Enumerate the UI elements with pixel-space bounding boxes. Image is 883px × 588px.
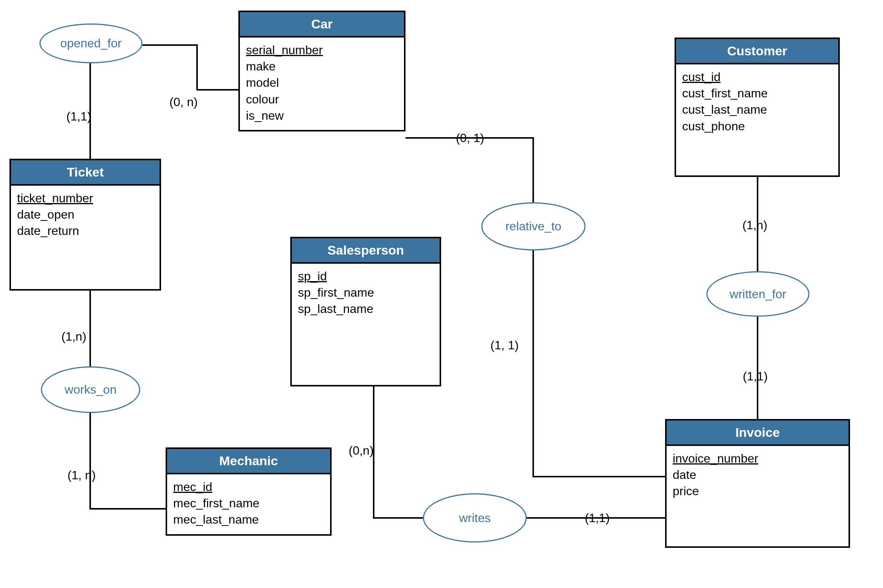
rel-relative-to: relative_to bbox=[481, 202, 586, 250]
rel-label: writes bbox=[459, 511, 491, 525]
entity-ticket-title: Ticket bbox=[11, 160, 160, 186]
entity-mechanic-body: mec_id mec_first_name mec_last_name bbox=[167, 474, 330, 534]
entity-invoice-title: Invoice bbox=[667, 421, 849, 446]
attr: date_open bbox=[17, 206, 153, 223]
rel-label: works_on bbox=[65, 383, 117, 397]
rel-works-on: works_on bbox=[41, 366, 140, 413]
entity-car-body: serial_number make model colour is_new bbox=[240, 38, 404, 130]
entity-car-title: Car bbox=[240, 12, 404, 38]
rel-label: relative_to bbox=[506, 219, 562, 233]
attr: cust_first_name bbox=[682, 85, 832, 102]
card-opened-for-ticket: (1,1) bbox=[66, 109, 91, 124]
attr: colour bbox=[246, 91, 398, 108]
entity-mechanic-title: Mechanic bbox=[167, 449, 330, 474]
entity-customer-title: Customer bbox=[676, 39, 838, 64]
entity-salesperson-title: Salesperson bbox=[292, 238, 440, 264]
card-relative-to-car: (0, 1) bbox=[456, 131, 484, 145]
card-works-on-ticket: (1,n) bbox=[61, 330, 86, 344]
card-works-on-mechanic: (1, n) bbox=[67, 468, 96, 482]
attr: date_return bbox=[17, 223, 153, 239]
attr: sp_last_name bbox=[298, 301, 434, 317]
attr: serial_number bbox=[246, 42, 398, 58]
attr: date bbox=[673, 467, 842, 483]
rel-label: written_for bbox=[730, 287, 786, 301]
rel-writes: writes bbox=[423, 493, 527, 543]
attr: mec_id bbox=[173, 479, 324, 495]
card-written-for-customer: (1,n) bbox=[742, 218, 767, 232]
entity-car: Car serial_number make model colour is_n… bbox=[238, 11, 405, 131]
card-opened-for-car: (0, n) bbox=[169, 95, 198, 109]
attr: is_new bbox=[246, 108, 398, 124]
entity-ticket: Ticket ticket_number date_open date_retu… bbox=[9, 159, 161, 291]
rel-written-for: written_for bbox=[706, 271, 809, 317]
entity-salesperson-body: sp_id sp_first_name sp_last_name bbox=[292, 264, 440, 324]
entity-invoice: Invoice invoice_number date price bbox=[665, 419, 850, 548]
card-relative-to-invoice: (1, 1) bbox=[490, 338, 519, 352]
card-writes-salesperson: (0,n) bbox=[349, 444, 374, 458]
attr: mec_first_name bbox=[173, 495, 324, 511]
rel-opened-for: opened_for bbox=[39, 23, 142, 63]
attr: sp_first_name bbox=[298, 285, 434, 301]
card-writes-invoice: (1,1) bbox=[585, 511, 610, 525]
attr: price bbox=[673, 483, 842, 499]
er-diagram: Car serial_number make model colour is_n… bbox=[0, 0, 883, 588]
entity-customer: Customer cust_id cust_first_name cust_la… bbox=[675, 38, 840, 177]
attr: ticket_number bbox=[17, 190, 153, 206]
entity-ticket-body: ticket_number date_open date_return bbox=[11, 186, 160, 246]
entity-customer-body: cust_id cust_first_name cust_last_name c… bbox=[676, 64, 838, 141]
attr: model bbox=[246, 75, 398, 91]
attr: sp_id bbox=[298, 268, 434, 285]
entity-salesperson: Salesperson sp_id sp_first_name sp_last_… bbox=[290, 237, 441, 386]
attr: mec_last_name bbox=[173, 511, 324, 528]
attr: cust_phone bbox=[682, 118, 832, 134]
attr: invoice_number bbox=[673, 450, 842, 467]
attr: cust_last_name bbox=[682, 102, 832, 118]
card-written-for-invoice: (1,1) bbox=[743, 369, 768, 383]
entity-mechanic: Mechanic mec_id mec_first_name mec_last_… bbox=[166, 447, 332, 536]
attr: cust_id bbox=[682, 69, 832, 85]
attr: make bbox=[246, 58, 398, 75]
rel-label: opened_for bbox=[60, 36, 122, 50]
entity-invoice-body: invoice_number date price bbox=[667, 446, 849, 506]
